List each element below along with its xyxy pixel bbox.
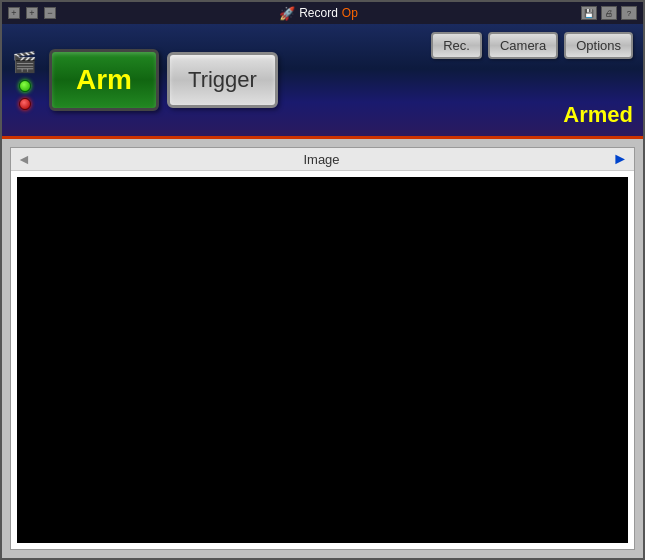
main-buttons: Arm Trigger [49,49,278,111]
minimize-button[interactable]: + [8,7,20,19]
title-record-text: Record [299,6,338,20]
content-area: ◄ Image ► [2,139,643,558]
titlebar-save-icon[interactable]: 💾 [581,6,597,20]
titlebar-title: 🚀 Record Op [56,6,581,21]
image-header: ◄ Image ► [11,148,634,171]
titlebar-help-icon[interactable]: ? [621,6,637,20]
toolbar-left-icons: 🎬 [12,50,37,110]
nav-right-arrow[interactable]: ► [612,150,628,168]
titlebar-print-icon[interactable]: 🖨 [601,6,617,20]
title-op-text: Op [342,6,358,20]
image-canvas [17,177,628,543]
top-right-buttons: Rec. Camera Options [431,32,633,59]
trigger-button[interactable]: Trigger [167,52,278,108]
nav-left-arrow[interactable]: ◄ [17,151,31,167]
camera-button[interactable]: Camera [488,32,558,59]
titlebar-controls: + + − [8,7,56,19]
titlebar-right: 💾 🖨 ? [581,6,637,20]
image-label: Image [303,152,339,167]
toolbar: 🎬 Arm Trigger Rec. Camera Options Armed [2,24,643,139]
main-window: + + − 🚀 Record Op 💾 🖨 ? 🎬 Arm Trigger Re… [0,0,645,560]
arm-button[interactable]: Arm [49,49,159,111]
options-button[interactable]: Options [564,32,633,59]
led-green [19,80,31,92]
led-red [19,98,31,110]
armed-status: Armed [563,102,633,128]
close-button[interactable]: − [44,7,56,19]
titlebar: + + − 🚀 Record Op 💾 🖨 ? [2,2,643,24]
rec-button[interactable]: Rec. [431,32,482,59]
rocket-icon: 🚀 [279,6,295,21]
film-icon: 🎬 [12,50,37,74]
image-panel: ◄ Image ► [10,147,635,550]
maximize-button[interactable]: + [26,7,38,19]
